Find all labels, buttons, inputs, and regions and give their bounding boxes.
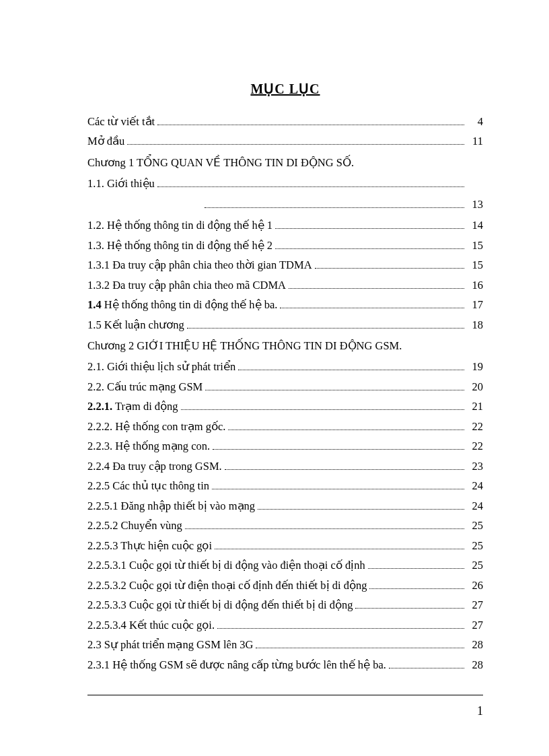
toc-label: Mở đầu bbox=[87, 136, 124, 147]
toc-row: 1.3. Hệ thống thông tin di động thế hệ 2… bbox=[87, 236, 483, 256]
toc-row: 1.4 Hệ thống thông tin di động thế hệ ba… bbox=[87, 296, 483, 316]
toc-label: 2.2.5.1 Đăng nhập thiết bị vào mạng bbox=[87, 501, 255, 512]
leader-dots bbox=[258, 502, 464, 510]
toc-page: 20 bbox=[467, 382, 483, 393]
toc-row: 2.2.5.3.4 Kết thúc cuộc gọi.27 bbox=[87, 615, 483, 635]
leader-dots bbox=[238, 363, 464, 370]
toc-label: 2.2. Cấu trúc mạng GSM bbox=[87, 382, 203, 393]
toc-row: 2.3 Sự phát triển mạng GSM lên 3G 28 bbox=[87, 635, 483, 656]
toc-page: 15 bbox=[467, 240, 483, 252]
toc-row: 2.2. Cấu trúc mạng GSM 20 bbox=[87, 377, 483, 397]
leader-dots bbox=[275, 242, 464, 249]
toc-page: 25 bbox=[467, 541, 483, 552]
toc-label: 2.2.5.3.4 Kết thúc cuộc gọi. bbox=[87, 620, 215, 631]
toc-row: 2.2.5.3 Thực hiện cuộc gọi 25 bbox=[87, 536, 483, 556]
toc-page: 26 bbox=[467, 580, 483, 592]
toc-page: 21 bbox=[467, 401, 483, 413]
toc-label: 2.3 Sự phát triển mạng GSM lên 3G bbox=[87, 640, 253, 651]
toc-page: 23 bbox=[467, 461, 483, 473]
leader-dots bbox=[212, 482, 464, 489]
toc-row: 2.2.1. Trạm di động 21 bbox=[87, 397, 483, 417]
leader-dots bbox=[215, 542, 464, 549]
toc-page: 24 bbox=[467, 481, 483, 492]
toc-page: 13 bbox=[467, 198, 483, 211]
toc-label: 2.2.5 Các thủ tục thông tin bbox=[87, 481, 209, 492]
toc-label: 2.2.5.3.3 Cuộc gọi từ thiết bị di động đ… bbox=[87, 600, 353, 611]
leader-dots bbox=[228, 423, 464, 430]
leader-dots bbox=[389, 661, 464, 668]
toc-row: 2.2.2. Hệ thống con trạm gốc.22 bbox=[87, 417, 483, 437]
toc-row: 2.2.5.3.2 Cuộc gọi từ điện thoại cố định… bbox=[87, 576, 483, 596]
toc-row: 2.2.5.3.1 Cuộc gọi từ thiết bị di động v… bbox=[87, 556, 483, 576]
toc-page: 27 bbox=[467, 600, 483, 611]
toc-label: 2.2.2. Hệ thống con trạm gốc. bbox=[87, 421, 225, 433]
toc-row: 2.2.5.3.3 Cuộc gọi từ thiết bị di động đ… bbox=[87, 596, 483, 616]
leader-dots bbox=[181, 403, 464, 410]
toc-continuation: 13 bbox=[87, 194, 483, 216]
toc-label: 2.2.5.2 Chuyển vùng bbox=[87, 520, 182, 532]
leader-dots bbox=[185, 522, 464, 529]
toc-row: 2.2.5.2 Chuyển vùng 25 bbox=[87, 516, 483, 537]
leader-dots bbox=[205, 201, 464, 208]
toc-row: 2.2.4 Đa truy cập trong GSM. 23 bbox=[87, 456, 483, 477]
toc-list: Các từ viết tắt4Mở đầu 11Chương 1 TỔNG Q… bbox=[87, 112, 483, 675]
toc-row: 1.1. Giới thiệu bbox=[87, 174, 483, 194]
toc-row: 2.1. Giới thiệu lịch sử phát triển 19 bbox=[87, 357, 483, 378]
toc-label: 1.5 Kết luận chương bbox=[87, 320, 184, 331]
toc-label: 2.2.5.3.1 Cuộc gọi từ thiết bị di động v… bbox=[87, 560, 365, 572]
toc-row: 2.3.1 Hệ thống GSM sẽ được nâng cấp từng… bbox=[87, 655, 483, 675]
toc-label: 2.2.5.3.2 Cuộc gọi từ điện thoại cố định… bbox=[87, 580, 367, 592]
leader-dots bbox=[369, 582, 464, 589]
toc-page: 15 bbox=[467, 260, 483, 271]
toc-label: 2.2.1. Trạm di động bbox=[87, 401, 178, 413]
toc-label: 2.1. Giới thiệu lịch sử phát triển bbox=[87, 362, 235, 373]
toc-page: 27 bbox=[467, 620, 483, 631]
toc-page: 28 bbox=[467, 660, 483, 671]
toc-label: 1.3.2 Đa truy cập phân chia theo mã CDMA bbox=[87, 280, 286, 291]
toc-label-number: 1.4 bbox=[87, 298, 102, 311]
toc-row: 1.2. Hệ thống thông tin di động thế hệ 1… bbox=[87, 216, 483, 236]
toc-label: 2.3.1 Hệ thống GSM sẽ được nâng cấp từng… bbox=[87, 660, 386, 671]
leader-dots bbox=[157, 180, 464, 187]
leader-dots bbox=[127, 137, 464, 145]
toc-page: 24 bbox=[467, 501, 483, 512]
page-number: 1 bbox=[477, 704, 483, 718]
toc-page: 19 bbox=[467, 362, 483, 373]
toc-row: Các từ viết tắt4 bbox=[87, 112, 483, 132]
leader-dots bbox=[187, 321, 464, 329]
toc-page: 16 bbox=[467, 280, 483, 291]
toc-label-text: Trạm di động bbox=[112, 400, 178, 413]
leader-dots bbox=[225, 462, 464, 470]
toc-page: 4 bbox=[467, 116, 483, 128]
leader-dots bbox=[157, 118, 464, 125]
toc-row: 1.3.1 Đa truy cập phân chia theo thời gi… bbox=[87, 256, 483, 276]
toc-label: 1.3.1 Đa truy cập phân chia theo thời gi… bbox=[87, 260, 312, 271]
leader-dots bbox=[315, 261, 464, 269]
leader-dots bbox=[368, 561, 464, 569]
toc-row: 2.2.5 Các thủ tục thông tin24 bbox=[87, 477, 483, 497]
leader-dots bbox=[289, 281, 464, 289]
toc-row: 2.2.5.1 Đăng nhập thiết bị vào mạng 24 bbox=[87, 496, 483, 516]
toc-page: 25 bbox=[467, 560, 483, 572]
toc-label-number: 2.2.1. bbox=[87, 400, 112, 413]
leader-dots bbox=[275, 221, 464, 229]
toc-label: 2.2.3. Hệ thống mạng con. bbox=[87, 441, 210, 452]
toc-label: 1.2. Hệ thống thông tin di động thế hệ 1 bbox=[87, 220, 272, 232]
toc-page: 14 bbox=[467, 220, 483, 232]
toc-label: Các từ viết tắt bbox=[87, 116, 155, 128]
toc-label: 1.4 Hệ thống thông tin di động thế hệ ba… bbox=[87, 300, 277, 311]
leader-dots bbox=[217, 621, 464, 629]
toc-label: 1.3. Hệ thống thông tin di động thế hệ 2 bbox=[87, 240, 272, 252]
toc-label: 1.1. Giới thiệu bbox=[87, 178, 155, 190]
toc-row: Mở đầu 11 bbox=[87, 132, 483, 152]
toc-chapter: Chương 1 TỔNG QUAN VỀ THÔNG TIN DI ĐỘNG … bbox=[87, 151, 483, 174]
toc-page: 22 bbox=[467, 421, 483, 433]
toc-page: 22 bbox=[467, 441, 483, 452]
leader-dots bbox=[355, 601, 464, 609]
toc-page: 28 bbox=[467, 640, 483, 651]
leader-dots bbox=[256, 641, 464, 648]
toc-page: 25 bbox=[467, 520, 483, 532]
footer-rule bbox=[87, 695, 483, 695]
toc-row: 1.5 Kết luận chương18 bbox=[87, 315, 483, 335]
toc-page: 11 bbox=[467, 136, 483, 147]
